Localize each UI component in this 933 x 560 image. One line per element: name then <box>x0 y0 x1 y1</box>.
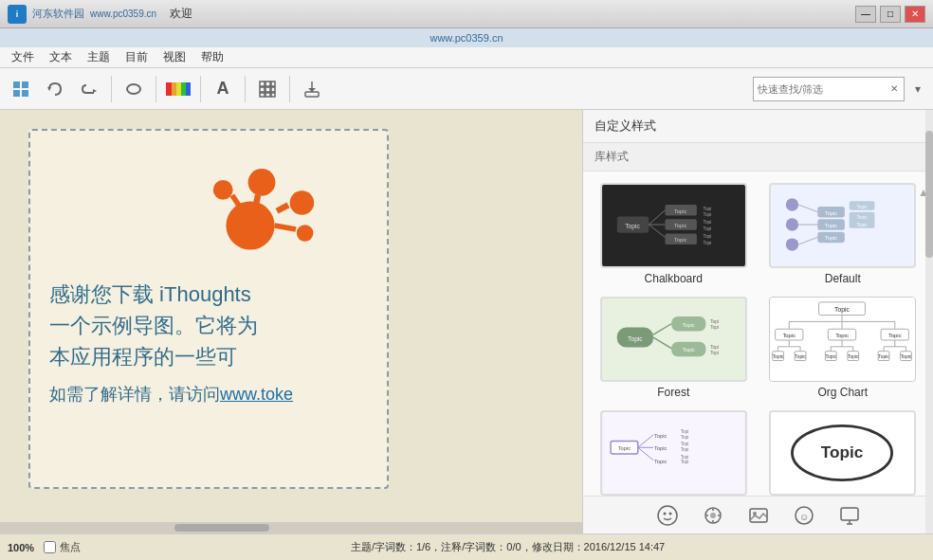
toolbar-separator-1 <box>111 76 112 102</box>
colors-button[interactable] <box>163 74 193 104</box>
redo-button[interactable] <box>74 74 104 104</box>
svg-rect-7 <box>166 82 172 96</box>
svg-rect-18 <box>260 93 265 97</box>
menu-help[interactable]: 帮助 <box>193 47 231 67</box>
svg-text:Topi: Topi <box>680 435 688 440</box>
theme-item-topic-right[interactable]: Topic Topic <box>764 410 923 496</box>
image-button[interactable] <box>743 500 774 531</box>
svg-line-32 <box>275 226 296 229</box>
toolbar-separator-2 <box>156 76 156 102</box>
svg-text:Topic: Topic <box>682 322 694 328</box>
svg-point-29 <box>213 180 233 200</box>
svg-text:Topi: Topi <box>710 345 719 350</box>
svg-marker-5 <box>93 89 97 93</box>
canvas-area[interactable]: 感谢您下载 iThoughts 一个示例导图。它将为 本应用程序的一些可 如需了… <box>0 110 582 533</box>
svg-rect-11 <box>186 82 191 96</box>
magic-button[interactable] <box>698 500 728 531</box>
search-clear-button[interactable]: ✕ <box>887 81 902 97</box>
watermark-text: www.pc0359.cn <box>430 32 503 44</box>
theme-item-default[interactable]: Topic Topic Topic Topic Topic Topic <box>764 183 923 285</box>
svg-point-52 <box>786 198 798 210</box>
menu-file[interactable]: 文件 <box>4 47 42 67</box>
svg-text:Topic: Topic <box>682 347 694 352</box>
panel-section-title: 库样式 <box>583 143 933 172</box>
face-button[interactable] <box>652 500 683 531</box>
focus-label: 焦点 <box>60 540 81 554</box>
theme-preview-chalkboard[interactable]: Topic Topic Topi Topi Topic <box>600 183 747 268</box>
svg-text:Topi: Topi <box>680 447 688 452</box>
panel-scrollbar[interactable] <box>925 110 933 533</box>
svg-text:Topi: Topi <box>680 455 688 460</box>
panel-scroll-area[interactable]: Topic Topic Topi Topi Topic <box>583 172 933 496</box>
theme-item-forest[interactable]: Topic Topic Topi Topi Topic Topi <box>595 297 753 399</box>
svg-text:Topic: Topic <box>625 223 640 230</box>
svg-text:Topic: Topic <box>674 237 686 243</box>
canvas-link-line: 如需了解详情，请访问www.toke <box>49 382 293 407</box>
theme-item-chalkboard[interactable]: Topic Topic Topi Topi Topic <box>595 183 753 285</box>
menu-text[interactable]: 文本 <box>42 47 80 67</box>
svg-text:Topic: Topic <box>826 354 837 359</box>
search-options-button[interactable]: ▾ <box>908 77 927 101</box>
svg-rect-21 <box>305 92 319 97</box>
title-bar: i 河东软件园 www.pc0359.cn 欢迎 — □ ✕ <box>0 0 933 28</box>
status-bar: 100% 焦点 主题/字词数：1/6，注释/字词数：0/0，修改日期：2016/… <box>0 533 933 560</box>
canvas-line2: 一个示例导图。它将为 <box>49 310 293 341</box>
svg-text:Topi: Topi <box>710 351 719 355</box>
svg-rect-17 <box>271 87 275 92</box>
svg-point-6 <box>127 84 140 94</box>
svg-point-143 <box>710 513 716 518</box>
scrollbar-thumb[interactable] <box>174 524 269 532</box>
toolbar-separator-4 <box>245 76 246 102</box>
theme-preview-orgchart[interactable]: Topic Topic <box>769 297 916 382</box>
font-button[interactable]: A <box>208 74 238 104</box>
panel-scrollbar-thumb[interactable] <box>925 131 933 258</box>
watermark-bar: www.pc0359.cn <box>0 28 933 47</box>
svg-text:Topi: Topi <box>703 212 711 217</box>
canvas-scrollbar-horizontal[interactable] <box>0 522 582 533</box>
svg-rect-14 <box>271 81 275 86</box>
minimize-button[interactable]: — <box>855 6 876 23</box>
svg-rect-10 <box>181 82 186 96</box>
svg-text:Topic: Topic <box>628 335 643 343</box>
emoji-button[interactable]: ☺ <box>789 500 819 531</box>
search-input[interactable] <box>754 83 887 95</box>
svg-text:Topic: Topic <box>783 333 796 338</box>
maximize-button[interactable]: □ <box>880 6 901 23</box>
theme-item-topic-left[interactable]: Topic Topic Topi Topi Topic Topi Topi <box>595 410 753 496</box>
theme-item-orgchart[interactable]: Topic Topic <box>764 297 923 399</box>
theme-preview-topic-left[interactable]: Topic Topic Topi Topi Topic Topi Topi <box>600 410 747 496</box>
theme-label-forest: Forest <box>657 386 689 399</box>
focus-checkbox[interactable] <box>44 541 56 553</box>
export-button[interactable] <box>297 74 327 104</box>
svg-text:Topic: Topic <box>825 223 837 228</box>
menu-theme[interactable]: 主题 <box>80 47 118 67</box>
undo-button[interactable] <box>40 74 70 104</box>
theme-preview-topic-right[interactable]: Topic <box>769 410 916 496</box>
svg-rect-15 <box>260 87 265 92</box>
home-icon-button[interactable] <box>6 74 36 104</box>
svg-text:Topic: Topic <box>857 223 869 227</box>
svg-point-139 <box>658 506 677 525</box>
menu-current[interactable]: 目前 <box>118 47 156 67</box>
canvas-text: 感谢您下载 iThoughts 一个示例导图。它将为 本应用程序的一些可 如需了… <box>49 279 293 407</box>
svg-text:Topic: Topic <box>796 354 807 359</box>
grid-button[interactable] <box>252 74 283 104</box>
monitor-button[interactable] <box>834 500 865 531</box>
shape-button[interactable] <box>119 74 149 104</box>
svg-text:Topi: Topi <box>680 460 688 464</box>
menu-view[interactable]: 视图 <box>156 47 193 67</box>
title-bar-url: www.pc0359.cn <box>90 9 156 19</box>
theme-label-default: Default <box>825 272 861 285</box>
canvas-link[interactable]: www.toke <box>220 385 293 404</box>
close-button[interactable]: ✕ <box>905 6 925 23</box>
theme-preview-forest[interactable]: Topic Topic Topi Topi Topic Topi <box>600 297 747 382</box>
toolbar-separator-5 <box>289 76 290 102</box>
search-box[interactable]: ✕ <box>753 77 905 101</box>
focus-toggle[interactable]: 焦点 <box>44 540 81 554</box>
svg-text:Topic: Topic <box>821 443 864 461</box>
svg-text:Topic: Topic <box>654 459 667 464</box>
svg-text:Topic: Topic <box>617 445 630 451</box>
theme-preview-default[interactable]: Topic Topic Topic Topic Topic Topic <box>769 183 916 268</box>
toolbar: A ✕ ▾ <box>0 68 933 110</box>
svg-text:Topic: Topic <box>848 354 859 359</box>
